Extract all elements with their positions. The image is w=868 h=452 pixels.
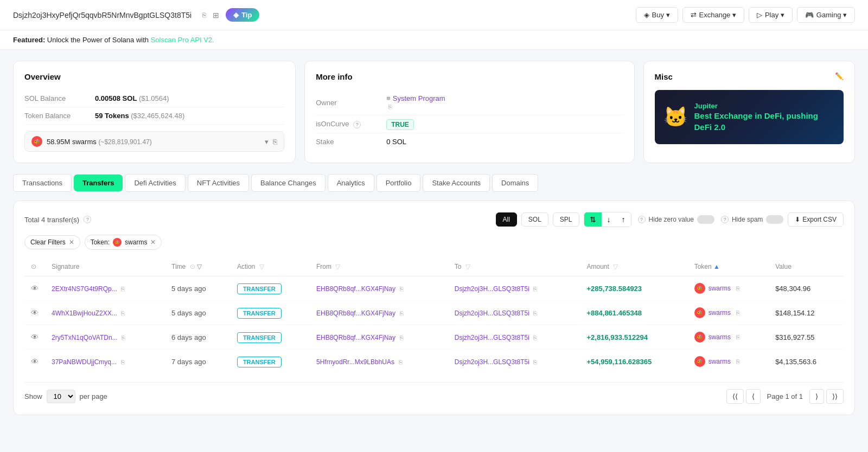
swarms-filter-icon: 🐝 [113, 238, 122, 247]
signature-link[interactable]: 2EXtr4NS7G4t9RQp... [52, 285, 117, 293]
banner-headline: Best Exchange in DeFi, pushing DeFi 2.0 [694, 110, 835, 133]
tip-button[interactable]: ◈ Tip [226, 8, 259, 22]
from-address-link[interactable]: EHB8QRb8qf...KGX4FjNay [316, 285, 395, 293]
from-address-link[interactable]: EHB8QRb8qf...KGX4FjNay [316, 309, 395, 317]
direction-down-button[interactable]: ↓ [602, 212, 616, 227]
next-page-button[interactable]: ⟩ [809, 389, 824, 404]
isoncurve-row: isOnCurve ? TRUE [316, 115, 623, 133]
copy-token-row-icon[interactable]: ⎘ [736, 334, 740, 340]
row-eye-icon[interactable]: 👁 [31, 333, 39, 341]
tab-balance-changes[interactable]: Balance Changes [251, 174, 326, 192]
hide-spam-toggle[interactable] [766, 215, 783, 224]
from-address-link[interactable]: 5HfrnyodRr...Mx9LBbhUAs [316, 358, 394, 366]
direction-up-button[interactable]: ↑ [616, 212, 631, 227]
last-page-button[interactable]: ⟩⟩ [826, 389, 844, 404]
clear-filters-close-icon[interactable]: ✕ [69, 238, 74, 246]
copy-token-row-icon[interactable]: ⎘ [736, 358, 740, 365]
system-program-icon: ≡ [386, 94, 391, 102]
prev-page-button[interactable]: ⟨ [746, 389, 761, 404]
owner-row: Owner ≡ System Program ⎘ [316, 90, 623, 115]
copy-address-icon[interactable]: ⎘ [202, 11, 206, 19]
direction-both-button[interactable]: ⇅ [584, 212, 602, 227]
buy-nav-button[interactable]: ◈ Buy ▾ [636, 7, 678, 23]
tab-defi-activities[interactable]: Defi Activities [125, 174, 185, 192]
eye-header-icon: ⊙ [31, 263, 36, 270]
export-csv-button[interactable]: ⬇ Export CSV [788, 212, 844, 227]
token-link[interactable]: swarms [709, 333, 731, 341]
copy-token-icon[interactable]: ⎘ [273, 138, 277, 146]
first-page-button[interactable]: ⟨⟨ [726, 389, 744, 404]
amount-filter-icon[interactable]: ▽ [613, 263, 618, 270]
filter-sol-button[interactable]: SOL [521, 212, 548, 227]
featured-bar: Featured: Unlock the Power of Solana wit… [0, 30, 868, 50]
copy-sig-icon[interactable]: ⎘ [121, 310, 125, 317]
token-sort-active-icon[interactable]: ▲ [713, 263, 720, 270]
copy-token-row-icon[interactable]: ⎘ [736, 309, 740, 316]
value-cell: $4,135,563.6 [769, 350, 844, 374]
copy-to-icon[interactable]: ⎘ [533, 359, 537, 365]
gaming-nav-button[interactable]: 🎮 Gaming ▾ [797, 7, 855, 23]
system-program-link[interactable]: ≡ System Program [386, 94, 445, 102]
to-address-link[interactable]: Dsjzh2oj3H...GLSQ3t8T5i [455, 334, 529, 341]
token-link[interactable]: swarms [709, 285, 731, 292]
per-page-select[interactable]: 10 25 50 [47, 390, 75, 403]
tab-portfolio[interactable]: Portfolio [376, 174, 421, 192]
token-filter-close-icon[interactable]: ✕ [150, 238, 156, 246]
overview-title: Overview [24, 72, 284, 81]
copy-sig-icon[interactable]: ⎘ [121, 359, 125, 365]
owner-label: Owner [316, 99, 386, 107]
copy-from-icon[interactable]: ⎘ [400, 334, 404, 341]
signature-link[interactable]: 4WhX1BwjHouZ2XX... [52, 309, 117, 317]
tab-domains[interactable]: Domains [492, 174, 538, 192]
hide-spam-info-icon[interactable]: ? [721, 216, 729, 223]
value-cell: $48,304.96 [769, 276, 844, 301]
row-eye-icon[interactable]: 👁 [31, 357, 39, 366]
copy-from-icon[interactable]: ⎘ [400, 310, 404, 317]
copy-to-icon[interactable]: ⎘ [533, 310, 537, 317]
tab-nft-activities[interactable]: NFT Activities [188, 174, 249, 192]
tab-stake-accounts[interactable]: Stake Accounts [423, 174, 490, 192]
token-filter-tag[interactable]: Token: 🐝 swarms ✕ [85, 235, 162, 250]
time-sort-icon[interactable]: ⊙ [190, 263, 195, 270]
exchange-nav-button[interactable]: ⇄ Exchange ▾ [682, 7, 744, 23]
copy-from-icon[interactable]: ⎘ [399, 359, 403, 365]
copy-to-icon[interactable]: ⎘ [533, 286, 537, 292]
tab-transactions[interactable]: Transactions [13, 174, 72, 192]
qr-code-icon[interactable]: ⊞ [213, 11, 219, 20]
filter-spl-button[interactable]: SPL [553, 212, 579, 227]
copy-token-row-icon[interactable]: ⎘ [736, 285, 740, 292]
from-filter-icon[interactable]: ▽ [335, 263, 340, 270]
row-eye-icon[interactable]: 👁 [31, 308, 39, 317]
hide-zero-info-icon[interactable]: ? [638, 216, 646, 223]
hide-zero-toggle[interactable] [697, 215, 714, 224]
copy-from-icon[interactable]: ⎘ [400, 286, 404, 292]
edit-icon[interactable]: ✏️ [835, 72, 844, 80]
per-page-label: per page [80, 392, 107, 401]
signature-link[interactable]: 2ry5TxN1qQoVATDn... [52, 334, 118, 341]
from-address-link[interactable]: EHB8QRb8qf...KGX4FjNay [316, 334, 395, 341]
to-address-link[interactable]: Dsjzh2oj3H...GLSQ3t8T5i [455, 309, 529, 317]
tab-transfers[interactable]: Transfers [74, 175, 123, 191]
isoncurve-info-icon[interactable]: ? [353, 121, 361, 128]
time-filter-icon[interactable]: ▽ [197, 263, 202, 270]
clear-filters-tag[interactable]: Clear Filters ✕ [24, 235, 80, 249]
token-link[interactable]: swarms [709, 358, 731, 365]
featured-link[interactable]: Solscan Pro API V2. [151, 36, 214, 44]
value-cell: $316,927.55 [769, 325, 844, 350]
signature-link[interactable]: 37PaNBWDUjjCmyq... [52, 358, 117, 366]
copy-owner-icon[interactable]: ⎘ [388, 104, 392, 110]
row-eye-icon[interactable]: 👁 [31, 284, 39, 293]
copy-sig-icon[interactable]: ⎘ [122, 334, 125, 341]
token-link[interactable]: swarms [709, 309, 731, 317]
tab-analytics[interactable]: Analytics [328, 174, 374, 192]
copy-to-icon[interactable]: ⎘ [533, 334, 537, 341]
to-filter-icon[interactable]: ▽ [465, 263, 470, 270]
to-address-link[interactable]: Dsjzh2oj3H...GLSQ3t8T5i [455, 358, 529, 366]
action-filter-icon[interactable]: ▽ [259, 263, 264, 270]
play-nav-button[interactable]: ▷ Play ▾ [749, 7, 793, 23]
copy-sig-icon[interactable]: ⎘ [121, 286, 125, 292]
filter-all-button[interactable]: All [496, 212, 517, 227]
to-address-link[interactable]: Dsjzh2oj3H...GLSQ3t8T5i [455, 285, 529, 293]
token-selector[interactable]: 🐝 58.95M swarms (~$28,819,901.47) ▾ ⎘ [24, 131, 284, 152]
total-info-icon[interactable]: ? [84, 216, 91, 223]
